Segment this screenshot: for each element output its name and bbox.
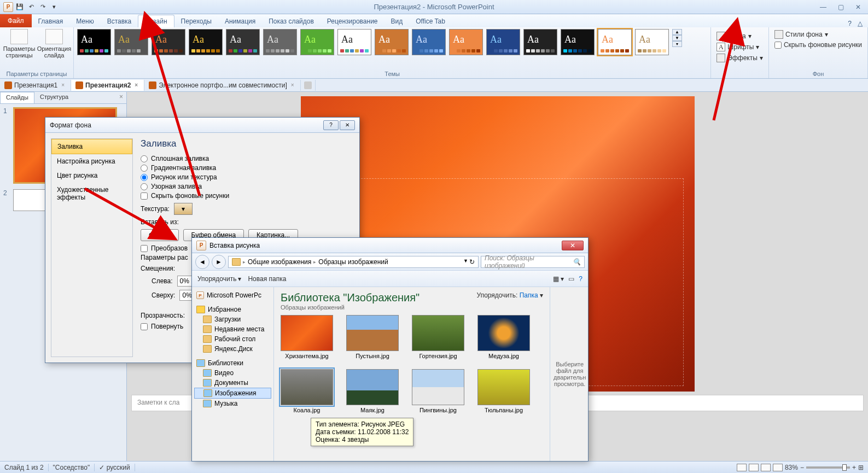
tile-as-texture-check[interactable] xyxy=(141,245,148,252)
document-tab[interactable]: Электронное портфо...им совместимости]× xyxy=(144,80,300,91)
dialog-close-button[interactable]: ✕ xyxy=(562,241,584,250)
redo-icon[interactable]: ↷ xyxy=(38,2,48,12)
picture-fill-radio[interactable] xyxy=(141,174,148,181)
hide-background-checkbox[interactable]: Скрыть фоновые рисунки xyxy=(772,40,864,50)
zoom-handle[interactable] xyxy=(842,464,847,471)
theme-thumb[interactable]: Aa xyxy=(189,29,223,55)
tree-app[interactable]: PMicrosoft PowerPс xyxy=(194,290,271,300)
theme-thumb[interactable]: Aa xyxy=(263,29,297,55)
theme-thumb[interactable]: Aa xyxy=(77,29,111,55)
theme-thumb[interactable]: Aa xyxy=(375,29,409,55)
status-language[interactable]: ✓ русский xyxy=(95,464,135,471)
file-item[interactable]: Пустыня.jpg xyxy=(346,315,399,359)
close-icon[interactable]: ✕ xyxy=(852,3,865,11)
app-icon[interactable]: P xyxy=(3,2,13,12)
tab-review[interactable]: Рецензирование xyxy=(321,15,385,27)
help-button[interactable]: ? xyxy=(579,275,582,283)
theme-thumb[interactable]: Aa xyxy=(226,29,260,55)
tab-animations[interactable]: Анимация xyxy=(218,15,262,27)
undo-icon[interactable]: ↶ xyxy=(26,2,36,12)
background-styles-button[interactable]: Стили фона ▾ xyxy=(772,29,864,40)
crumb-dropdown-icon[interactable]: ▼ xyxy=(463,258,468,266)
rotate-with-shape-check[interactable] xyxy=(141,323,148,330)
zoom-slider[interactable] xyxy=(806,466,850,469)
fonts-button[interactable]: AШрифты ▾ xyxy=(714,42,765,52)
category-artistic-effects[interactable]: Художественные эффекты xyxy=(51,183,132,205)
maximize-icon[interactable]: ▢ xyxy=(834,3,847,11)
file-item[interactable]: Тюльпаны.jpg xyxy=(477,369,530,413)
theme-thumb[interactable]: Aa xyxy=(635,29,669,55)
tree-downloads[interactable]: Загрузки xyxy=(194,314,271,324)
category-fill[interactable]: Заливка xyxy=(51,139,132,154)
outline-tab[interactable]: Структура xyxy=(34,92,74,103)
theme-thumb[interactable]: Aa xyxy=(523,29,557,55)
tab-menu[interactable]: Меню xyxy=(69,15,100,27)
slides-tab[interactable]: Слайды xyxy=(0,92,34,103)
tree-video[interactable]: Видео xyxy=(194,368,271,378)
tree-images[interactable]: Изображения xyxy=(194,388,271,399)
tree-libraries[interactable]: Библиотеки xyxy=(194,358,271,368)
theme-thumb[interactable]: Aa xyxy=(300,29,334,55)
save-icon[interactable]: 💾 xyxy=(15,2,25,12)
sort-link[interactable]: Папка xyxy=(520,291,538,299)
colors-button[interactable]: Цвета ▾ xyxy=(714,31,765,42)
theme-thumb[interactable]: Aa xyxy=(598,29,632,55)
nav-forward-button[interactable]: ► xyxy=(212,255,226,269)
pattern-fill-radio[interactable] xyxy=(141,183,148,190)
file-item[interactable]: Хризантема.jpg xyxy=(281,315,333,359)
sort-control[interactable]: Упорядочить: Папка ▾ xyxy=(477,291,543,299)
theme-thumb[interactable]: Aa xyxy=(486,29,520,55)
slideshow-view-button[interactable] xyxy=(773,464,783,471)
file-item[interactable]: Пингвины.jpg xyxy=(412,369,464,413)
minimize-icon[interactable]: — xyxy=(817,3,830,11)
sorter-view-button[interactable] xyxy=(749,464,759,471)
organize-button[interactable]: Упорядочить ▾ xyxy=(197,275,241,283)
slide-orientation-button[interactable]: Ориентация слайда xyxy=(38,29,70,59)
tab-slideshow[interactable]: Показ слайдов xyxy=(262,15,321,27)
zoom-level[interactable]: 83% xyxy=(785,464,798,471)
document-tab[interactable]: Презентация1× xyxy=(0,80,71,91)
help-icon[interactable]: ? xyxy=(848,20,852,27)
gradient-fill-radio[interactable] xyxy=(141,165,148,172)
tree-desktop[interactable]: Рабочий стол xyxy=(194,334,271,344)
tree-recent[interactable]: Недавние места xyxy=(194,324,271,334)
tab-close-icon[interactable]: × xyxy=(60,82,66,88)
tab-officetab[interactable]: Office Tab xyxy=(409,15,452,27)
crumb-samples[interactable]: Образцы изображений xyxy=(318,258,388,266)
tab-insert[interactable]: Вставка xyxy=(101,15,138,27)
tab-file[interactable]: Файл xyxy=(0,14,32,27)
themes-gallery[interactable]: AaAaAaAaAaAaAaAaAaAaAaAaAaAaAaAa▲▼▾ xyxy=(77,29,707,55)
tree-favorites[interactable]: Избранное xyxy=(194,305,271,314)
theme-thumb[interactable]: Aa xyxy=(152,29,185,55)
tab-transitions[interactable]: Переходы xyxy=(174,15,218,27)
theme-scroll[interactable]: ▲▼▾ xyxy=(672,29,682,47)
zoom-out-button[interactable]: − xyxy=(800,464,804,471)
effects-button[interactable]: Эффекты ▾ xyxy=(714,52,765,63)
new-doc-tab[interactable] xyxy=(301,80,316,91)
crumb-shared[interactable]: Общие изображения xyxy=(248,258,311,266)
theme-thumb[interactable]: Aa xyxy=(412,29,446,55)
view-mode-button[interactable]: ▦ ▾ xyxy=(553,275,564,283)
file-item[interactable]: Коала.jpg xyxy=(281,369,333,413)
theme-thumb[interactable]: Aa xyxy=(561,29,595,55)
texture-picker[interactable]: ▾ xyxy=(174,203,193,215)
tree-yadisk[interactable]: Яндекс.Диск xyxy=(194,344,271,354)
zoom-in-button[interactable]: + xyxy=(852,464,856,471)
tab-view[interactable]: Вид xyxy=(385,15,410,27)
theme-thumb[interactable]: Aa xyxy=(114,29,148,55)
theme-thumb[interactable]: Aa xyxy=(337,29,371,55)
document-tab[interactable]: Презентация2× xyxy=(71,80,144,91)
dialog-titlebar[interactable]: P Вставка рисунка ✕ xyxy=(192,238,588,253)
search-icon[interactable]: 🔍 xyxy=(573,258,581,266)
tree-documents[interactable]: Документы xyxy=(194,378,271,388)
dialog-titlebar[interactable]: Формат фона ? ✕ xyxy=(45,118,359,133)
new-folder-button[interactable]: Новая папка xyxy=(248,275,286,283)
category-picture-color[interactable]: Цвет рисунка xyxy=(51,168,132,183)
hide-bg-check[interactable] xyxy=(774,42,782,49)
category-picture-corrections[interactable]: Настройка рисунка xyxy=(51,154,132,168)
panel-close-icon[interactable]: × xyxy=(116,92,126,103)
tab-home[interactable]: Главная xyxy=(32,15,70,27)
tab-close-icon[interactable]: × xyxy=(289,82,296,88)
tab-design[interactable]: Дизайн xyxy=(138,15,174,27)
reading-view-button[interactable] xyxy=(761,464,771,471)
